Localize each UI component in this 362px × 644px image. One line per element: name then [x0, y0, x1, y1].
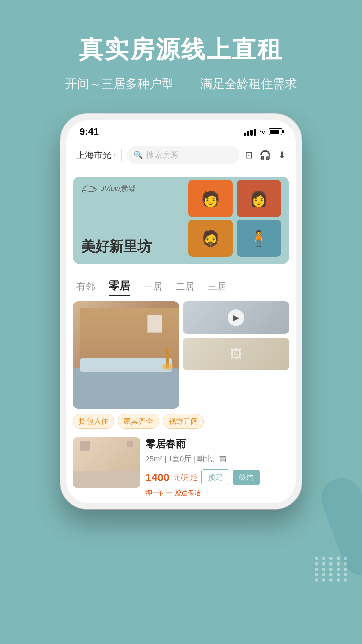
- listing-title: 零居春雨: [145, 437, 289, 451]
- image-icon: 🖼: [230, 347, 242, 361]
- phone-content: 上海市光 › 🔍 搜索房源 ⊡ 🎧 ⬇: [66, 140, 296, 503]
- banner-logo: JView景域: [81, 183, 135, 194]
- banner-brand: JView景域: [101, 183, 135, 194]
- sub-images: ▶ 🖼: [183, 301, 289, 370]
- deco-dots: [315, 557, 349, 590]
- listing-price-row: 1400 元/月起 预定 签约: [145, 469, 289, 485]
- battery-icon: [269, 128, 282, 135]
- whale-icon: [81, 183, 98, 194]
- page-title: 真实房源线上直租: [0, 34, 362, 66]
- download-icon[interactable]: ⬇: [278, 150, 286, 161]
- headphone-icon[interactable]: 🎧: [259, 150, 271, 161]
- phone-mockup: 9:41 ∿: [60, 114, 302, 509]
- phone-inner: 9:41 ∿: [66, 120, 296, 503]
- location-button[interactable]: 上海市光 ›: [76, 149, 116, 161]
- listing-card: 零居春雨 25m² | 1室0厅 | 朝北、南 1400 元/月起 预定 签约 …: [66, 432, 296, 503]
- banner-img-2: 👩: [237, 180, 281, 217]
- signal-icon: [244, 128, 256, 136]
- tabs: 有邻 零居 一居 二居 三居: [66, 271, 296, 301]
- search-placeholder: 搜索房源: [146, 150, 178, 160]
- tag-1: 拎包入住: [73, 414, 114, 429]
- play-button[interactable]: ▶: [228, 309, 244, 326]
- listing-info: 零居春雨 25m² | 1室0厅 | 朝北、南 1400 元/月起 预定 签约 …: [145, 437, 289, 498]
- listing-promo: 押一付一 赠送保洁: [145, 489, 289, 498]
- status-time: 9:41: [80, 126, 99, 137]
- search-bar: 上海市光 › 🔍 搜索房源 ⊡ 🎧 ⬇: [66, 140, 296, 170]
- tags-row: 拎包入住 家具齐全 视野开阔: [66, 409, 296, 432]
- wifi-icon: ∿: [259, 127, 265, 136]
- subtitle-right: 满足全龄租住需求: [200, 76, 297, 92]
- search-divider: [121, 149, 122, 161]
- tab-youlin[interactable]: 有邻: [76, 280, 95, 294]
- status-icons: ∿: [244, 127, 282, 136]
- listing-price: 1400: [145, 471, 169, 484]
- scan-icon[interactable]: ⊡: [245, 150, 253, 161]
- banner-img-3: 🧔: [188, 220, 233, 257]
- tag-3: 视野开阔: [163, 414, 204, 429]
- search-icon: 🔍: [134, 151, 143, 159]
- header-area: 真实房源线上直租 开间～三居多种户型 满足全龄租住需求: [0, 34, 362, 92]
- listing-price-unit: 元/月起: [173, 472, 197, 482]
- tab-yiju[interactable]: 一居: [143, 280, 162, 294]
- banner-img-4: 🧍: [237, 220, 281, 257]
- property-grid: ▶ 🖼: [66, 301, 296, 409]
- phone-outer: 9:41 ∿: [60, 114, 302, 509]
- chevron-right-icon: ›: [113, 151, 116, 159]
- phone-notch: [144, 120, 218, 132]
- tab-erju[interactable]: 二居: [176, 280, 194, 294]
- tab-lingju[interactable]: 零居: [109, 279, 130, 296]
- sign-button[interactable]: 签约: [233, 470, 260, 485]
- tab-sanju[interactable]: 三居: [208, 280, 227, 294]
- reserve-button[interactable]: 预定: [201, 469, 229, 485]
- header-actions: ⊡ 🎧 ⬇: [245, 150, 286, 161]
- svg-point-0: [93, 187, 95, 189]
- header-subtitle: 开间～三居多种户型 满足全龄租住需求: [0, 76, 362, 92]
- listing-meta: 25m² | 1室0厅 | 朝北、南: [145, 454, 289, 464]
- banner-img-1: 🧑: [188, 180, 233, 217]
- location-text: 上海市光: [76, 149, 111, 161]
- property-sub-image-2[interactable]: 🖼: [183, 338, 289, 370]
- banner[interactable]: JView景域 🧑 👩 🧔 🧍: [73, 177, 289, 264]
- property-sub-image-1[interactable]: ▶: [183, 301, 289, 334]
- banner-title: 美好新里坊: [81, 237, 152, 256]
- banner-images: 🧑 👩 🧔 🧍: [188, 180, 282, 257]
- tag-2: 家具齐全: [118, 414, 159, 429]
- property-main-image[interactable]: [73, 301, 179, 409]
- search-input[interactable]: 🔍 搜索房源: [127, 146, 240, 164]
- subtitle-left: 开间～三居多种户型: [65, 76, 174, 92]
- listing-thumbnail[interactable]: [73, 437, 140, 488]
